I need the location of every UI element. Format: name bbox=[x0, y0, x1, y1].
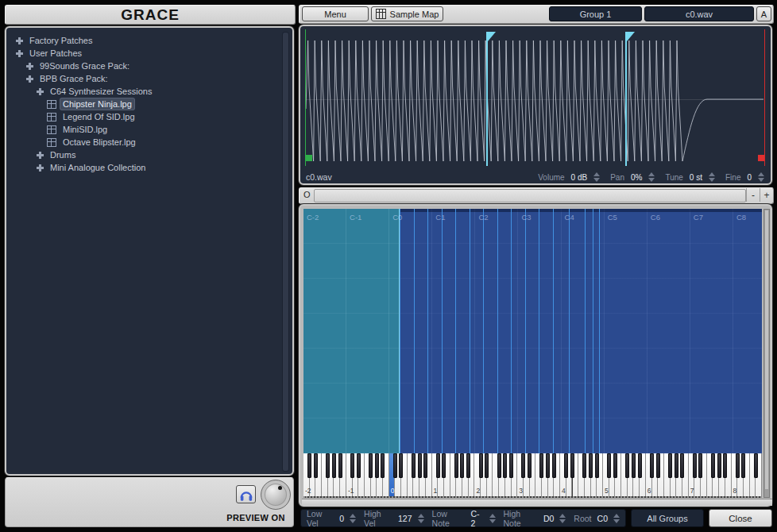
zone-boundary-line[interactable] bbox=[593, 209, 593, 453]
param-low-note-value[interactable]: C-2 bbox=[471, 509, 484, 528]
browser-item-folder[interactable]: User Patches bbox=[6, 47, 292, 60]
zone-boundary-line[interactable] bbox=[400, 209, 400, 453]
black-key[interactable] bbox=[595, 453, 599, 478]
browser-item-folder[interactable]: Drums bbox=[6, 148, 292, 161]
black-key[interactable] bbox=[357, 453, 361, 478]
black-key[interactable] bbox=[423, 453, 427, 478]
black-key[interactable] bbox=[668, 453, 672, 478]
zoom-in-button[interactable]: + bbox=[760, 188, 773, 202]
browser-item-folder[interactable]: Mini Analogue Collection bbox=[6, 161, 292, 174]
expand-plus-icon[interactable] bbox=[16, 50, 23, 57]
black-key[interactable] bbox=[741, 453, 745, 478]
sample-selector-button[interactable]: c0.wav bbox=[644, 6, 754, 21]
expand-plus-icon[interactable] bbox=[37, 88, 44, 95]
param-high-vel-value[interactable]: 127 bbox=[398, 514, 412, 523]
zone-boundary-line[interactable] bbox=[442, 209, 443, 453]
map-horizontal-scrollbar[interactable] bbox=[302, 499, 772, 506]
zone-boundary-line[interactable] bbox=[585, 209, 586, 453]
black-key[interactable] bbox=[460, 453, 464, 478]
expand-plus-icon[interactable] bbox=[16, 37, 23, 44]
waveform-display[interactable] bbox=[305, 29, 764, 169]
browser-item-folder[interactable]: 99Sounds Grace Pack: bbox=[6, 60, 292, 72]
black-key[interactable] bbox=[717, 453, 721, 478]
browser-item-file[interactable]: MiniSID.lpg bbox=[6, 123, 292, 136]
param-volume-stepper[interactable] bbox=[593, 172, 600, 182]
black-key[interactable] bbox=[754, 453, 758, 478]
expand-plus-icon[interactable] bbox=[26, 75, 33, 83]
zoom-origin-button[interactable]: O bbox=[303, 190, 311, 199]
keyboard[interactable]: -2-1012345678 bbox=[303, 453, 762, 498]
sample-end-marker[interactable] bbox=[764, 29, 765, 166]
param-high-vel-stepper[interactable] bbox=[418, 514, 424, 523]
selected-key-zone[interactable] bbox=[303, 209, 400, 453]
param-pan-value[interactable]: 0% bbox=[631, 173, 642, 182]
black-key[interactable] bbox=[521, 453, 525, 478]
browser-item-file[interactable]: Chipster Ninja.lpg bbox=[6, 98, 292, 110]
zone-boundary-line[interactable] bbox=[553, 209, 554, 453]
black-key[interactable] bbox=[436, 453, 440, 478]
black-key[interactable] bbox=[650, 453, 654, 478]
expand-plus-icon[interactable] bbox=[26, 63, 33, 70]
param-high-note-stepper[interactable] bbox=[559, 514, 566, 523]
black-key[interactable] bbox=[485, 453, 489, 478]
black-key[interactable] bbox=[412, 453, 416, 478]
black-key[interactable] bbox=[613, 453, 617, 478]
black-key[interactable] bbox=[552, 453, 556, 478]
browser-item-folder[interactable]: Factory Patches bbox=[6, 34, 292, 47]
param-volume-value[interactable]: 0 dB bbox=[571, 173, 588, 182]
zone-boundary-line[interactable] bbox=[539, 209, 539, 453]
waveform-scroll-thumb[interactable] bbox=[314, 189, 746, 202]
black-key[interactable] bbox=[723, 453, 727, 478]
black-key[interactable] bbox=[381, 453, 385, 478]
sample-map-button[interactable]: Sample Map bbox=[371, 6, 443, 21]
black-key[interactable] bbox=[736, 453, 740, 478]
zone-boundary-line[interactable] bbox=[569, 209, 570, 453]
black-key[interactable] bbox=[632, 453, 636, 478]
black-key[interactable] bbox=[350, 453, 354, 478]
zoom-out-button[interactable]: - bbox=[746, 188, 760, 202]
black-key[interactable] bbox=[509, 453, 513, 478]
black-key[interactable] bbox=[539, 453, 543, 478]
black-key[interactable] bbox=[454, 453, 458, 478]
browser-item-folder[interactable]: C64 Synthesizer Sessions bbox=[6, 85, 292, 98]
group-selector-button[interactable]: Group 1 bbox=[549, 6, 642, 21]
black-key[interactable] bbox=[479, 453, 483, 478]
black-key[interactable] bbox=[711, 453, 715, 478]
bank-a-button[interactable]: A bbox=[756, 6, 771, 21]
black-key[interactable] bbox=[564, 453, 568, 478]
black-key[interactable] bbox=[369, 453, 373, 478]
zone-boundary-line[interactable] bbox=[497, 209, 498, 453]
black-key[interactable] bbox=[393, 453, 397, 478]
zone-boundary-line[interactable] bbox=[599, 209, 600, 453]
param-fine-value[interactable]: 0 bbox=[747, 173, 752, 182]
all-groups-button[interactable]: All Groups bbox=[631, 509, 704, 527]
zone-boundary-line[interactable] bbox=[470, 209, 470, 453]
black-key[interactable] bbox=[332, 453, 336, 478]
param-low-vel-value[interactable]: 0 bbox=[339, 514, 344, 523]
sample-end-handle[interactable] bbox=[758, 155, 764, 161]
browser-item-folder[interactable]: BPB Grace Pack: bbox=[6, 72, 292, 85]
black-key[interactable] bbox=[675, 453, 678, 478]
black-key[interactable] bbox=[418, 453, 422, 478]
param-tune-value[interactable]: 0 st bbox=[690, 173, 702, 182]
browser-scrollbar[interactable] bbox=[282, 32, 289, 472]
black-key[interactable] bbox=[466, 453, 470, 478]
zone-boundary-line[interactable] bbox=[483, 209, 484, 453]
black-key[interactable] bbox=[326, 453, 330, 478]
preview-headphones-button[interactable] bbox=[236, 485, 256, 503]
black-key[interactable] bbox=[314, 453, 318, 478]
black-key[interactable] bbox=[399, 453, 403, 478]
param-root-value[interactable]: C0 bbox=[597, 514, 608, 523]
param-low-vel-stepper[interactable] bbox=[350, 514, 356, 523]
zone-boundary-line[interactable] bbox=[511, 209, 512, 453]
preview-volume-knob[interactable] bbox=[261, 480, 291, 510]
black-key[interactable] bbox=[546, 453, 550, 478]
menu-button[interactable]: Menu bbox=[302, 6, 369, 21]
black-key[interactable] bbox=[528, 453, 532, 478]
black-key[interactable] bbox=[656, 453, 660, 478]
black-key[interactable] bbox=[570, 453, 574, 478]
zone-boundary-line[interactable] bbox=[414, 209, 415, 453]
param-fine-stepper[interactable] bbox=[758, 172, 764, 182]
loop-start-flag-icon[interactable] bbox=[488, 32, 496, 41]
browser-item-file[interactable]: Legend Of SID.lpg bbox=[6, 110, 292, 123]
